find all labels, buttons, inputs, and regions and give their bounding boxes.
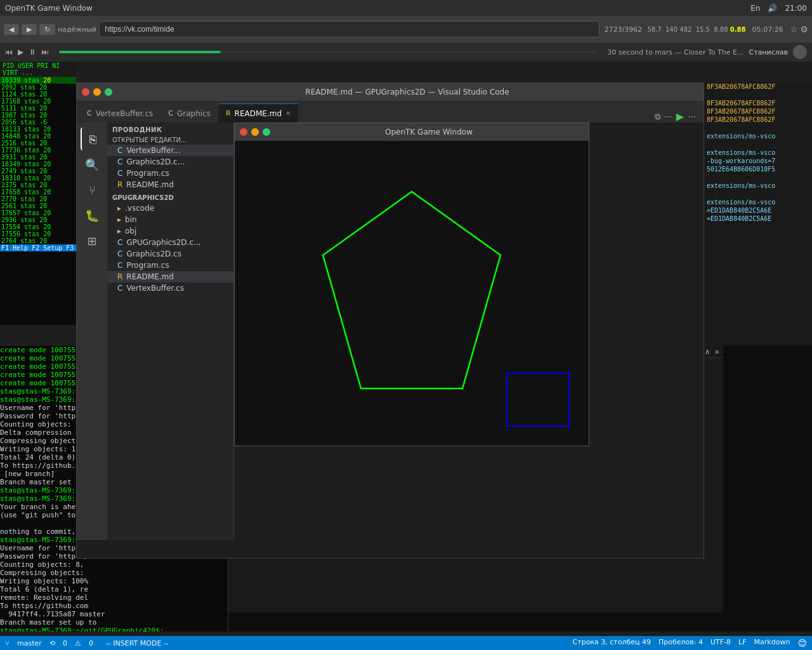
vscode-content-area: OpenTK Game Window xyxy=(234,123,704,540)
git-sync-icon[interactable]: ⟲ xyxy=(49,639,55,647)
vscode-kebab-icon[interactable]: ⋯ xyxy=(688,112,696,121)
settings-icon[interactable]: ⚙ xyxy=(800,24,808,34)
git-branch-name[interactable]: master xyxy=(17,639,42,647)
project-header[interactable]: GPUGRAPHICS2D xyxy=(107,193,233,202)
activity-search-icon[interactable]: 🔍 xyxy=(81,153,103,176)
browser-back-button[interactable]: ◀ xyxy=(4,24,19,35)
vscode-run-icon[interactable]: ▶ xyxy=(676,110,684,123)
activity-bar: ⎘ 🔍 ⑂ 🐛 ⊞ xyxy=(77,123,107,540)
media-prev-icon[interactable]: ⏮ xyxy=(5,48,13,56)
encoding-info[interactable]: UTF-8 xyxy=(710,638,731,648)
taskbar: OpenTK Game Window En 🔊 21:00 xyxy=(0,0,812,16)
browser-bar: ◀ ▶ ↻ надёжный 2723/3962 58.7 140 482 15… xyxy=(0,16,812,43)
tab-close-icon[interactable]: ✕ xyxy=(285,110,291,117)
project-file-program[interactable]: C Program.cs xyxy=(107,260,233,271)
vscode-body: ⎘ 🔍 ⑂ 🐛 ⊞ ПРОВОДНИК ОТКРЫТЫЕ РЕДАКТИ... … xyxy=(77,123,704,540)
vscode-window: README.md — GPUGraphics2D — Visual Studi… xyxy=(76,83,704,559)
taskbar-volume-icon[interactable]: 🔊 xyxy=(768,4,777,13)
taskbar-right: En 🔊 21:00 xyxy=(750,4,807,13)
opentk-close-button[interactable] xyxy=(240,128,247,136)
tab-vertexbuffer[interactable]: C VertexBuffer.cs xyxy=(79,103,160,123)
opentk-titlebar: OpenTK Game Window xyxy=(235,123,589,141)
folder-bin[interactable]: ▸ bin xyxy=(107,214,233,225)
folder-obj[interactable]: ▸ obj xyxy=(107,225,233,237)
tab-readme[interactable]: R README.md ✕ xyxy=(218,103,298,123)
vscode-toolbar-more-icon[interactable]: ⋯ xyxy=(664,112,672,121)
media-user: Станислав xyxy=(749,48,788,56)
browser-nav-label: надёжный xyxy=(58,25,96,34)
activity-extensions-icon[interactable]: ⊞ xyxy=(81,229,103,252)
folder-vscode[interactable]: ▸ .vscode xyxy=(107,202,233,214)
opentk-game-window[interactable]: OpenTK Game Window xyxy=(234,123,589,446)
opentk-canvas xyxy=(235,141,589,446)
file-graphics2d[interactable]: C Graphics2D.c... xyxy=(107,156,233,168)
blue-rectangle xyxy=(506,373,570,427)
vscode-file-tree: ПРОВОДНИК ОТКРЫТЫЕ РЕДАКТИ... C VertexBu… xyxy=(107,123,234,540)
vscode-tab-bar: C VertexBuffer.cs C Graphics R README.md… xyxy=(77,101,704,123)
taskbar-title: OpenTK Game Window xyxy=(5,4,93,13)
vscode-toolbar-split-icon[interactable]: ⧉ xyxy=(655,112,660,122)
project-file-graphics2d[interactable]: C Graphics2D.cs xyxy=(107,248,233,260)
taskbar-keyboard: En xyxy=(750,4,760,13)
file-program[interactable]: C Program.cs xyxy=(107,168,233,179)
project-file-vertexbuffer[interactable]: C VertexBuffer.cs xyxy=(107,282,233,294)
debug-log-up-icon[interactable]: ∧ xyxy=(705,347,710,356)
open-editors-section: ОТКРЫТЫЕ РЕДАКТИ... C VertexBuffer... C … xyxy=(107,135,233,190)
file-readme[interactable]: R README.md xyxy=(107,179,233,190)
browser-url-input[interactable] xyxy=(99,21,599,37)
file-vertexbuffer[interactable]: C VertexBuffer... xyxy=(107,145,233,156)
terminal-htop: PID USER PRI NI VIRT ... 18339 stas 20 2… xyxy=(0,62,76,325)
activity-debug-icon[interactable]: 🐛 xyxy=(81,204,103,227)
vscode-minimize-button[interactable] xyxy=(93,88,101,96)
project-section: GPUGRAPHICS2D ▸ .vscode ▸ bin ▸ obj C GP… xyxy=(107,193,233,294)
opentk-minimize-button[interactable] xyxy=(251,128,259,136)
status-bar-right: Строка 3, столбец 49 Пробелов: 4 UTF-8 L… xyxy=(573,638,807,648)
opentk-maximize-button[interactable] xyxy=(263,128,270,136)
warning-icon: ⚠ xyxy=(75,639,81,647)
browser-forward-button[interactable]: ▶ xyxy=(22,24,37,35)
opentk-title: OpenTK Game Window xyxy=(274,128,584,136)
warning-count: 0 xyxy=(89,639,93,647)
insert-mode-indicator: -- INSERT MODE -- xyxy=(106,639,169,647)
media-bar: ⏮ ▶ ⏸ ⏭ 30 second to mars — Closer To Th… xyxy=(0,43,812,62)
activity-explorer-icon[interactable]: ⎘ xyxy=(81,128,103,150)
browser-stats: 58.7 140 482 15.5 8.88 0.88 xyxy=(647,26,745,33)
project-file-readme[interactable]: R README.md xyxy=(107,271,233,282)
debug-log-close-icon[interactable]: ✕ xyxy=(715,347,719,356)
status-bar: ⑂ master ⟲ 0 ⚠ 0 -- INSERT MODE -- Строк… xyxy=(0,636,812,650)
browser-progress: 2723/3962 xyxy=(602,25,645,34)
vscode-titlebar: README.md — GPUGraphics2D — Visual Studi… xyxy=(77,83,704,101)
bookmark-icon[interactable]: ☆ xyxy=(790,24,798,34)
diamond-shape xyxy=(317,185,507,401)
vscode-title: README.md — GPUGraphics2D — Visual Studi… xyxy=(116,88,698,96)
vscode-close-button[interactable] xyxy=(82,88,89,96)
indentation-info[interactable]: Пробелов: 4 xyxy=(658,638,703,648)
git-status: 0 xyxy=(63,639,67,647)
media-next-icon[interactable]: ⏭ xyxy=(41,48,49,56)
htop-header: PID USER PRI NI VIRT ... xyxy=(0,62,76,77)
git-branch-icon: ⑂ xyxy=(5,639,10,647)
feedback-icon[interactable]: 😊 xyxy=(797,638,807,648)
debug-panel-right: 8F3AB20678AFC8862F 8F3AB20678AFC8862F 8F… xyxy=(704,83,812,346)
sidebar-explorer-header: ПРОВОДНИК xyxy=(107,123,233,135)
browser-time: 05:07:26 xyxy=(748,25,787,34)
project-file-gpugraphics[interactable]: C GPUGraphics2D.c... xyxy=(107,237,233,248)
svg-marker-0 xyxy=(323,192,501,388)
media-user-avatar xyxy=(793,45,807,59)
media-track: 30 second to mars — Closer To The E... xyxy=(608,48,744,56)
browser-refresh-button[interactable]: ↻ xyxy=(39,24,55,35)
line-ending-info[interactable]: LF xyxy=(738,638,746,648)
taskbar-time: 21:00 xyxy=(785,4,807,13)
language-mode[interactable]: Markdown xyxy=(754,638,790,648)
tab-graphics[interactable]: C Graphics xyxy=(160,103,218,123)
cursor-position[interactable]: Строка 3, столбец 49 xyxy=(573,638,651,648)
htop-lines: 18339 stas 20 2092 stas 20 1124 stas 20 … xyxy=(0,77,76,251)
vscode-maximize-button[interactable] xyxy=(105,88,112,96)
activity-git-icon[interactable]: ⑂ xyxy=(81,178,103,201)
media-play-icon[interactable]: ▶ xyxy=(18,48,23,56)
media-pause-icon[interactable]: ⏸ xyxy=(29,48,36,56)
open-editors-header[interactable]: ОТКРЫТЫЕ РЕДАКТИ... xyxy=(107,135,233,145)
